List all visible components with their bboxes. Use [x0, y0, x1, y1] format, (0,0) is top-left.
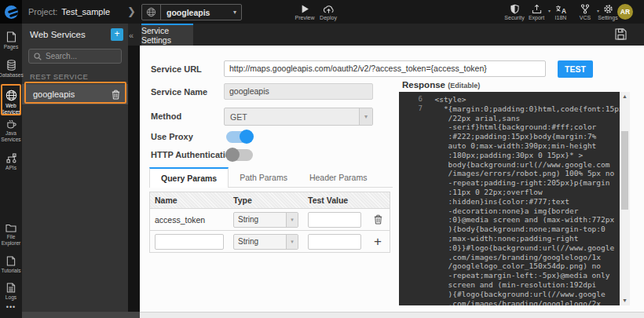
code-line: ;max-width:none;padding-right	[399, 234, 630, 243]
web-services-globe-icon	[5, 90, 17, 101]
code-text: :0}}#logo{background:url(//www.google	[426, 243, 614, 253]
code-line: ){#logo{background:url(//www.google	[399, 290, 630, 299]
chevron-down-icon: ▾	[359, 108, 372, 125]
code-line: 7 *{margin:0;padding:0}html,code{font:15…	[399, 104, 630, 114]
sidebar-item-pages[interactable]: Pages	[0, 31, 22, 50]
scroll-down-icon[interactable]: ▼	[620, 296, 630, 305]
database-icon	[6, 60, 16, 71]
tab-service-settings[interactable]: Service Settings	[141, 24, 193, 46]
code-line: screen and (min-resolution:192dpi	[399, 280, 630, 290]
code-text: :hidden}ins{color:#777;text	[426, 197, 569, 207]
sidebar-item-tutorials[interactable]: Tutorials	[0, 256, 22, 274]
service-name-input[interactable]: googleapis	[224, 83, 373, 100]
add-param-button[interactable]: +	[366, 236, 390, 247]
api-nodes-icon	[6, 153, 16, 163]
bottom-strip-dark	[22, 312, 140, 318]
col-test-value: Test Value	[303, 196, 366, 205]
i18n-button[interactable]: A I18N	[547, 2, 574, 23]
add-service-button[interactable]: +	[111, 28, 123, 41]
code-text: ;max-width:none;padding-right	[426, 234, 578, 243]
code-line: /images/errors/robot.png) 100% 5px no	[399, 169, 630, 178]
project-name: Test_sample	[61, 7, 110, 16]
code-text: :180px;padding:30px 0 15px}* >	[426, 151, 583, 160]
test-button[interactable]: TEST	[558, 60, 593, 78]
code-line: /googlelogo_color_150x54dp.png) no	[399, 261, 630, 271]
code-line: :11px 0 22px;overflow	[399, 188, 630, 197]
preview-button[interactable]: Preview	[291, 2, 318, 23]
sidebar-item-logs[interactable]: Logs	[0, 283, 22, 301]
deploy-button[interactable]: Deploy	[315, 2, 342, 23]
sidebar-item-file-explorer[interactable]: File Explorer	[0, 224, 22, 246]
preview-label: Preview	[295, 15, 315, 20]
method-label: Method	[151, 111, 181, 121]
code-line: -repeat;padding-right:205px}p{margin	[399, 178, 630, 188]
table-row-new: String ▾ +	[150, 231, 390, 253]
new-param-test-value-input[interactable]	[308, 234, 361, 250]
params-tab-bar: Query Params Path Params Header Params	[149, 167, 393, 188]
sidebar-item-java-services[interactable]: Java Services	[0, 119, 22, 142]
service-url-input[interactable]: http://maps.googleapis.com/oauth2/v2/?ac…	[224, 60, 546, 77]
line-number	[399, 132, 423, 141]
export-button[interactable]: ▾ Export	[523, 2, 550, 23]
code-text: -decoration:none}a img{border	[426, 207, 578, 216]
code-text: -repeat;margin-left:-5px}@media only	[426, 271, 610, 280]
sidebar-item-web-services[interactable]: Web Services	[0, 90, 22, 115]
param-test-value-input[interactable]	[308, 212, 361, 228]
code-text: screen and (min-resolution:192dpi	[426, 280, 596, 290]
i18n-label: I18N	[555, 15, 567, 20]
method-value: GET	[225, 112, 359, 122]
toggle-knob	[240, 130, 254, 144]
service-list-item-googleapis[interactable]: googleapis	[22, 84, 128, 104]
sidebar-item-apis[interactable]: APIs	[0, 153, 22, 171]
panel-title: Web Services	[30, 30, 111, 39]
service-selector-dropdown[interactable]: googleapis ▾	[141, 4, 242, 20]
response-label-text: Response	[402, 80, 445, 90]
line-number	[399, 299, 423, 305]
more-menu-button[interactable]: •••	[0, 303, 22, 311]
sidebar-item-label: Logs	[5, 294, 16, 301]
sidebar-item-databases[interactable]: Databases	[0, 60, 22, 79]
new-param-type-select[interactable]: String ▾	[233, 234, 298, 250]
bottom-strip-light	[140, 312, 644, 318]
service-name-label: Service Name	[151, 87, 207, 97]
http-auth-toggle[interactable]	[226, 149, 253, 161]
security-label: Security	[504, 15, 524, 20]
line-number	[399, 122, 423, 132]
code-text: -repeat;padding-right:205px}p{margin	[426, 178, 610, 188]
scrollbar-thumb[interactable]	[621, 131, 628, 210]
table-row: access_token String ▾	[150, 209, 390, 231]
use-proxy-toggle[interactable]	[226, 131, 253, 143]
rest-service-section-label: REST SERVICE	[30, 72, 88, 81]
service-name: googleapis	[22, 90, 112, 99]
line-number	[399, 215, 423, 225]
service-search-input[interactable]: Search...	[28, 49, 122, 64]
delete-param-button[interactable]	[366, 214, 390, 225]
line-number	[399, 151, 423, 160]
response-code-editor[interactable]: 6 <style> 7 *{margin:0;padding:0}html,co…	[399, 92, 630, 305]
code-line: -decoration:none}a img{border	[399, 207, 630, 216]
save-button[interactable]	[615, 28, 627, 40]
app-logo[interactable]	[0, 0, 22, 24]
code-text: /googlelogo_color_150x54dp.png) no	[426, 261, 601, 271]
tab-query-params[interactable]: Query Params	[149, 167, 229, 188]
project-label: Project:	[28, 7, 57, 16]
sidebar-item-label: APIs	[5, 165, 16, 171]
code-line: :0}}#logo{background:url(//www.google	[399, 243, 630, 253]
collapse-panel-button[interactable]: «	[126, 31, 137, 42]
delete-service-icon[interactable]	[112, 90, 120, 100]
method-select[interactable]: GET ▾	[224, 108, 373, 126]
line-number: 7	[399, 104, 423, 114]
col-type: Type	[229, 196, 303, 205]
user-avatar[interactable]: AR	[617, 4, 633, 20]
new-param-name-input[interactable]	[155, 234, 224, 250]
gear-icon	[603, 4, 613, 14]
code-text: :#222;padding:15px}body{margin:7%	[426, 132, 596, 141]
folder-icon	[5, 224, 16, 232]
line-number	[399, 141, 423, 151]
scroll-up-icon[interactable]: ▲	[620, 92, 630, 101]
response-scrollbar[interactable]: ▲ ▼	[620, 92, 630, 305]
param-type-value: String	[234, 215, 286, 224]
tab-header-params[interactable]: Header Params	[298, 167, 379, 188]
tab-path-params[interactable]: Path Params	[229, 167, 298, 188]
param-type-select[interactable]: String ▾	[233, 212, 298, 228]
